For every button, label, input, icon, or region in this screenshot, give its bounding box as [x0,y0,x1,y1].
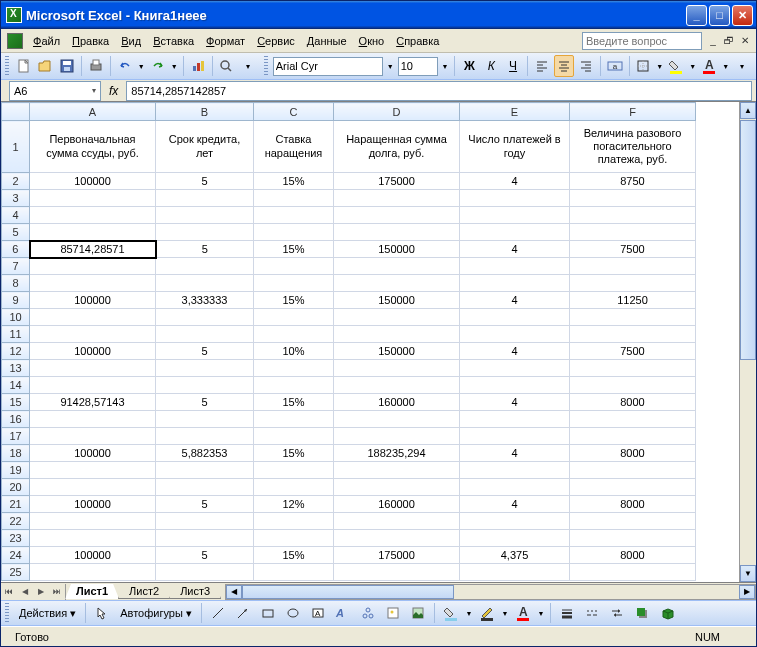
cell-F10[interactable] [570,309,696,326]
cell-A13[interactable] [30,360,156,377]
cell-A6[interactable]: 85714,28571 [30,241,156,258]
menu-формат[interactable]: Формат [200,33,251,49]
doc-restore-button[interactable]: 🗗 [722,34,736,48]
cell-F19[interactable] [570,462,696,479]
borders-icon[interactable] [633,55,653,77]
toolbar-options-icon[interactable]: ▾ [238,55,258,77]
row-header-5[interactable]: 5 [2,224,30,241]
cell-D18[interactable]: 188235,294 [334,445,460,462]
open-file-icon[interactable] [35,55,55,77]
cell-F21[interactable]: 8000 [570,496,696,513]
cell-A19[interactable] [30,462,156,479]
scroll-up-button[interactable]: ▲ [740,102,756,119]
cell-E1[interactable]: Число платежей в году [460,121,570,173]
new-file-icon[interactable] [14,55,34,77]
doc-minimize-button[interactable]: _ [706,34,720,48]
3d-icon[interactable] [656,602,678,624]
cell-C22[interactable] [254,513,334,530]
undo-icon[interactable] [115,55,135,77]
col-header-C[interactable]: C [254,103,334,121]
cell-F13[interactable] [570,360,696,377]
cell-A20[interactable] [30,479,156,496]
cell-F5[interactable] [570,224,696,241]
line-icon[interactable] [207,602,229,624]
cell-D11[interactable] [334,326,460,343]
font-color-icon[interactable]: A [699,55,719,77]
row-header-3[interactable]: 3 [2,190,30,207]
row-header-22[interactable]: 22 [2,513,30,530]
cell-B10[interactable] [156,309,254,326]
chart-icon[interactable] [188,55,208,77]
cell-E13[interactable] [460,360,570,377]
italic-icon[interactable]: К [481,55,501,77]
vscroll-thumb[interactable] [740,120,756,360]
cell-E15[interactable]: 4 [460,394,570,411]
cell-C17[interactable] [254,428,334,445]
cell-A8[interactable] [30,275,156,292]
cell-D13[interactable] [334,360,460,377]
toolbar-options-2-icon[interactable]: ▾ [732,55,752,77]
cell-E8[interactable] [460,275,570,292]
cell-B8[interactable] [156,275,254,292]
cell-B5[interactable] [156,224,254,241]
tab-first-button[interactable]: ⏮ [1,584,17,600]
cell-C4[interactable] [254,207,334,224]
redo-dropdown-icon[interactable]: ▼ [170,55,179,77]
cell-F17[interactable] [570,428,696,445]
merge-cells-icon[interactable]: a [605,55,625,77]
cell-D19[interactable] [334,462,460,479]
cell-D5[interactable] [334,224,460,241]
actions-menu[interactable]: Действия ▾ [15,607,80,620]
cell-C6[interactable]: 15% [254,241,334,258]
menu-справка[interactable]: Справка [390,33,445,49]
cell-F9[interactable]: 11250 [570,292,696,309]
cell-C2[interactable]: 15% [254,173,334,190]
cell-B2[interactable]: 5 [156,173,254,190]
textbox-icon[interactable]: A [307,602,329,624]
close-button[interactable]: ✕ [732,5,753,26]
cell-F11[interactable] [570,326,696,343]
cell-D20[interactable] [334,479,460,496]
fill-draw-dropdown-icon[interactable]: ▼ [465,602,473,624]
autoshapes-menu[interactable]: Автофигуры ▾ [116,607,196,620]
fill-dropdown-icon[interactable]: ▼ [688,55,697,77]
line-color-icon[interactable] [476,602,498,624]
row-header-7[interactable]: 7 [2,258,30,275]
cell-F18[interactable]: 8000 [570,445,696,462]
col-header-A[interactable]: A [30,103,156,121]
cell-D8[interactable] [334,275,460,292]
select-objects-icon[interactable] [91,602,113,624]
help-search-input[interactable] [582,32,702,50]
cell-E5[interactable] [460,224,570,241]
arrow-icon[interactable] [232,602,254,624]
row-header-25[interactable]: 25 [2,564,30,581]
cell-B18[interactable]: 5,882353 [156,445,254,462]
cell-D10[interactable] [334,309,460,326]
col-header-E[interactable]: E [460,103,570,121]
row-header-6[interactable]: 6 [2,241,30,258]
cell-C25[interactable] [254,564,334,581]
row-header-10[interactable]: 10 [2,309,30,326]
menu-окно[interactable]: Окно [353,33,391,49]
cell-D7[interactable] [334,258,460,275]
toolbar-grip[interactable] [5,56,9,76]
cell-A14[interactable] [30,377,156,394]
font-color-draw-icon[interactable]: A [512,602,534,624]
col-header-F[interactable]: F [570,103,696,121]
sheet-tab-1[interactable]: Лист1 [65,584,119,599]
cell-A12[interactable]: 100000 [30,343,156,360]
cell-D16[interactable] [334,411,460,428]
horizontal-scrollbar[interactable]: ◀ ▶ [225,584,756,600]
cell-D15[interactable]: 160000 [334,394,460,411]
cell-F16[interactable] [570,411,696,428]
font-name-select[interactable] [273,57,383,76]
cell-D9[interactable]: 150000 [334,292,460,309]
cell-A2[interactable]: 100000 [30,173,156,190]
cell-B17[interactable] [156,428,254,445]
font-size-select[interactable] [398,57,438,76]
cell-E18[interactable]: 4 [460,445,570,462]
menu-вид[interactable]: Вид [115,33,147,49]
underline-icon[interactable]: Ч [503,55,523,77]
cell-B24[interactable]: 5 [156,547,254,564]
tab-last-button[interactable]: ⏭ [49,584,65,600]
